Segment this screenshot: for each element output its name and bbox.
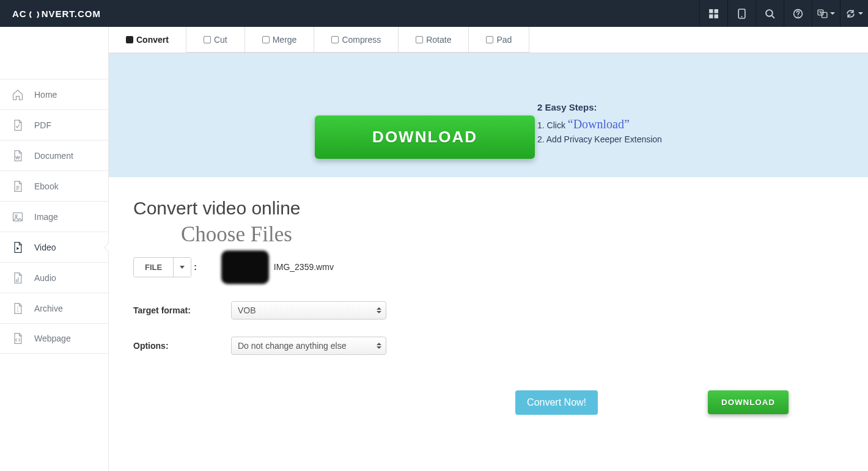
audio-icon [11, 272, 24, 284]
page-title: Convert video online [133, 198, 844, 219]
sidebar-item-webpage[interactable]: Webpage [0, 323, 109, 354]
topbar-icons [699, 0, 868, 27]
sidebar-item-archive[interactable]: Archive [0, 293, 109, 323]
home-icon [11, 89, 24, 101]
svg-point-1 [741, 16, 742, 17]
ad-banner: DOWNLOAD 2 Easy Steps: 1. Click “Downloa… [109, 53, 868, 177]
search-icon[interactable] [756, 0, 784, 27]
sidebar-item-label: Audio [34, 273, 56, 283]
file-row: FILE : IMG_2359.wmv [133, 242, 844, 293]
svg-point-9 [15, 214, 17, 216]
colon: : [194, 262, 197, 272]
tab-merge[interactable]: Merge [245, 27, 315, 53]
tab-label: Pad [496, 35, 512, 45]
sidebar-item-label: PDF [34, 120, 51, 130]
options-select[interactable]: Do not change anything else [231, 337, 386, 355]
chevron-down-icon [858, 12, 863, 15]
sidebar-item-audio[interactable]: Audio [0, 262, 109, 293]
checkbox-icon [204, 36, 211, 43]
file-chosen-wrap: IMG_2359.wmv [221, 250, 334, 284]
brand-suffix: NVERT.COM [42, 9, 101, 19]
language-icon[interactable] [812, 0, 840, 27]
checkbox-icon [331, 36, 339, 43]
refresh-icon-top[interactable] [840, 0, 868, 27]
sidebar: Home PDF Document Ebook Image Video Audi… [0, 27, 109, 471]
svg-point-5 [798, 15, 799, 16]
tab-cut[interactable]: Cut [186, 27, 245, 53]
tab-label: Compress [342, 35, 381, 45]
sidebar-item-label: Ebook [34, 181, 59, 191]
chosen-file-name: IMG_2359.wmv [274, 262, 334, 272]
sidebar-item-image[interactable]: Image [0, 201, 109, 232]
svg-line-3 [772, 15, 774, 18]
sidebar-item-home[interactable]: Home [0, 79, 109, 109]
sidebar-item-label: Video [34, 243, 56, 252]
sidebar-item-label: Archive [34, 304, 63, 313]
target-format-row: Target format: VOB [133, 293, 844, 328]
checkbox-icon [416, 36, 423, 43]
ad-steps-head: 2 Easy Steps: [537, 101, 662, 115]
ad-step-2: 2. Add Privacy Keeper Extension [537, 133, 662, 146]
archive-icon [11, 302, 24, 315]
pdf-icon [11, 119, 24, 131]
topbar: AC NVERT.COM [0, 0, 868, 27]
download-small-button[interactable]: DOWNLOAD [708, 390, 789, 414]
options-label: Options: [133, 341, 231, 351]
help-icon[interactable] [784, 0, 812, 27]
brand-logo[interactable]: AC NVERT.COM [0, 0, 101, 27]
file-source-group: FILE [133, 257, 191, 277]
sidebar-item-label: Home [34, 90, 57, 100]
checkbox-icon [486, 36, 493, 43]
sidebar-item-label: Webpage [34, 334, 71, 343]
options-row: Options: Do not change anything else [133, 328, 844, 363]
target-format-select[interactable]: VOB [231, 301, 386, 319]
sidebar-item-video[interactable]: Video [0, 232, 109, 262]
file-button[interactable]: FILE [134, 258, 173, 277]
choose-file-button[interactable] [221, 250, 269, 284]
mobile-icon[interactable] [727, 0, 756, 27]
chevron-down-icon [830, 12, 835, 15]
svg-point-2 [766, 10, 773, 16]
brand-prefix: AC [12, 9, 27, 19]
main-area: Convert Cut Merge Compress Rotate Pad DO… [109, 27, 868, 471]
ad-download-button[interactable]: DOWNLOAD [315, 115, 535, 159]
tab-pad[interactable]: Pad [469, 27, 529, 53]
actions-row: Convert Now! DOWNLOAD [133, 390, 844, 415]
tab-convert[interactable]: Convert [109, 27, 186, 53]
checkbox-icon [262, 36, 270, 43]
chevron-down-icon [180, 266, 185, 269]
tab-label: Rotate [426, 35, 451, 45]
sidebar-item-label: Image [34, 212, 58, 222]
sidebar-item-ebook[interactable]: Ebook [0, 170, 109, 201]
document-icon [11, 150, 24, 162]
tab-label: Cut [214, 35, 227, 45]
tab-rotate[interactable]: Rotate [399, 27, 469, 53]
sidebar-item-document[interactable]: Document [0, 140, 109, 170]
ebook-icon [11, 180, 24, 192]
refresh-icon [29, 10, 39, 20]
grid-icon[interactable] [699, 0, 727, 27]
content: Convert video online Choose Files FILE :… [109, 177, 868, 439]
checkbox-icon [126, 36, 133, 43]
tab-label: Convert [136, 35, 169, 45]
sidebar-item-label: Document [34, 151, 73, 161]
ad-steps: 2 Easy Steps: 1. Click “Download” 2. Add… [537, 101, 662, 146]
image-icon [11, 211, 24, 223]
ad-step-1: 1. Click “Download” [537, 115, 662, 133]
convert-now-button[interactable]: Convert Now! [515, 390, 598, 415]
tab-label: Merge [273, 35, 297, 45]
tabs: Convert Cut Merge Compress Rotate Pad [109, 27, 868, 53]
webpage-icon [11, 332, 24, 345]
sidebar-item-pdf[interactable]: PDF [0, 109, 109, 140]
file-source-dropdown[interactable] [173, 258, 191, 277]
tab-compress[interactable]: Compress [314, 27, 399, 53]
video-icon [11, 241, 24, 254]
target-format-label: Target format: [133, 305, 231, 315]
